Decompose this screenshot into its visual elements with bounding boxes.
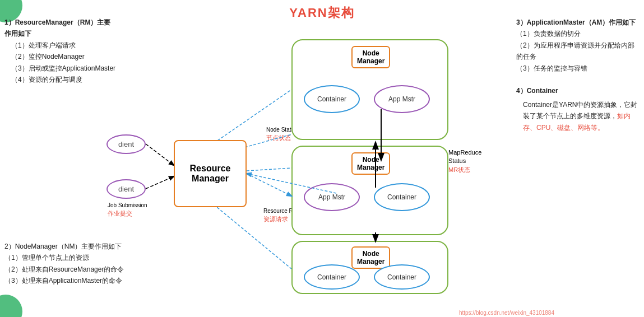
client2-label: dient: [118, 185, 134, 193]
container-ellipse-bot2: Container: [374, 264, 430, 290]
section3-title: 3）ApplicationMaster（AM）作用如下: [516, 17, 640, 28]
client2-ellipse: dient: [106, 179, 146, 199]
svg-line-1: [146, 176, 174, 189]
container-ellipse-top: Container: [304, 85, 360, 113]
main-container: YARN架构 1）ResourceManager（RM）主要作用如下 （1）处理…: [0, 0, 644, 317]
right-panel: 3）ApplicationMaster（AM）作用如下 （1）负责数据的切分 （…: [516, 17, 640, 133]
container-ellipse-mid: Container: [374, 183, 430, 211]
nm-box-top: NodeManager: [351, 46, 390, 68]
client1-label: dient: [118, 140, 134, 148]
mr-status-zh: MR状态: [448, 166, 493, 174]
job-submission-label: Job Submission 作业提交: [108, 202, 147, 218]
client1-ellipse: dient: [106, 134, 146, 154]
section1-item4: （4）资源的分配与调度: [4, 74, 117, 85]
section1-item2: （2）监控NodeManager: [4, 51, 117, 62]
nm-box-bot: NodeManager: [351, 246, 390, 269]
container-ellipse-bot1: Container: [304, 264, 360, 290]
section1-item3: （3）启动或监控ApplicationMaster: [4, 63, 117, 74]
job-submission-zh: 作业提交: [108, 209, 147, 218]
node-group-bot: NodeManager Container Container: [291, 241, 448, 294]
svg-line-4: [247, 174, 291, 196]
section1-title: 1）ResourceManager（RM）主要作用如下: [4, 17, 117, 40]
section3-item2: （2）为应用程序申请资源并分配给内部的任务: [516, 40, 640, 63]
section1-item1: （1）处理客户端请求: [4, 40, 117, 51]
node-status-zh: 节点状态: [266, 134, 297, 142]
mr-status-en: MapReduce Status: [448, 148, 493, 166]
corner-decoration-bl: [0, 295, 22, 317]
watermark: https://blog.csdn.net/weixin_43101884: [459, 310, 554, 316]
rm-label: ResourceManager: [190, 164, 231, 184]
svg-line-5: [247, 168, 291, 171]
node-group-mid: NodeManager App Mstr Container: [291, 146, 448, 235]
nm-box-mid: NodeManager: [351, 152, 390, 175]
left-panel: 1）ResourceManager（RM）主要作用如下 （1）处理客户端请求 （…: [4, 17, 117, 85]
appmstr-ellipse-mid: App Mstr: [304, 183, 360, 211]
resource-manager-box: ResourceManager: [174, 140, 247, 207]
appmstr-ellipse-top: App Mstr: [374, 85, 430, 113]
diagram-area: dient dient Job Submission 作业提交 Resource…: [101, 22, 493, 302]
page-title: YARN架构: [289, 4, 354, 21]
job-submission-en: Job Submission: [108, 202, 147, 209]
mr-status-label: MapReduce Status MR状态: [448, 148, 493, 174]
section3-item1: （1）负责数据的切分: [516, 28, 640, 39]
svg-line-0: [146, 144, 174, 165]
section3-item3: （3）任务的监控与容错: [516, 63, 640, 74]
node-group-top: NodeManager Container App Mstr: [291, 39, 448, 140]
section4-title: 4）Container: [516, 85, 640, 96]
